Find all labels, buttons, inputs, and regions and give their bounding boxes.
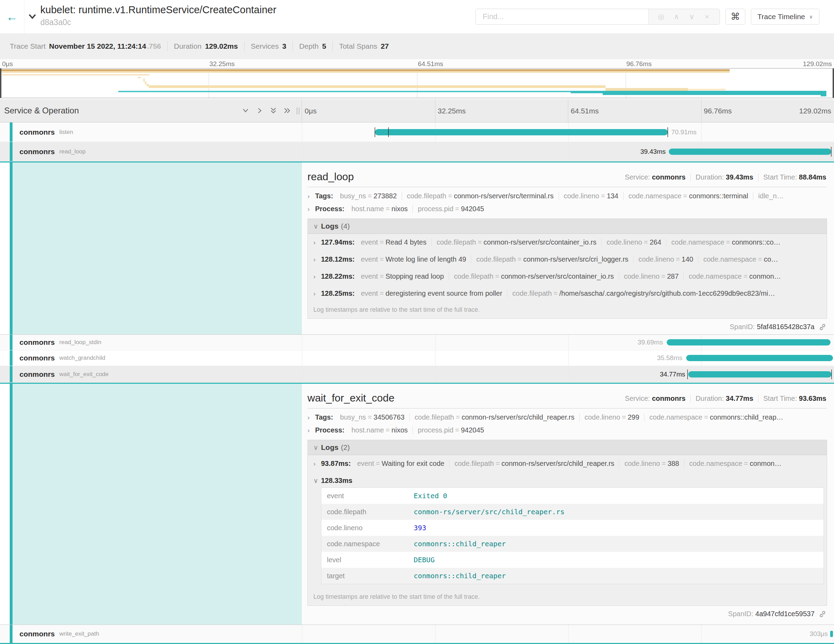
timeline-gridline [701, 99, 701, 122]
span-name-cell[interactable]: conmonrs wait_for_exit_code [0, 366, 302, 382]
find-target-icon[interactable]: ◎ [653, 13, 669, 21]
detail-meta: Service: conmonrs Duration: 34.77ms Star… [620, 395, 827, 404]
detail-meta: Service: conmonrs Duration: 39.43ms Star… [620, 173, 827, 183]
span-name-cell[interactable]: conmonrs read_loop [0, 142, 302, 161]
chevron-right-icon[interactable]: › [307, 205, 315, 213]
find-next-icon[interactable]: ∨ [684, 13, 700, 21]
tag-pill: busy_ns=273882 [335, 192, 402, 200]
log-entry-expanded[interactable]: ∨ 128.33ms [308, 472, 827, 485]
minimap-left-handle[interactable] [0, 68, 2, 98]
detail-title: wait_for_exit_code [307, 392, 394, 404]
span-bar[interactable] [375, 129, 668, 135]
minimap-tick-labels: 0μs 32.25ms 64.51ms 96.76ms 129.02ms [0, 59, 834, 68]
tag-pill: code.lineno=134 [559, 192, 624, 200]
summary-trace-start: Trace Start November 15 2022, 11:24:14.7… [3, 41, 168, 52]
page-title: kubelet: runtime.v1.RuntimeService/Creat… [40, 3, 276, 17]
span-bar[interactable] [686, 355, 833, 361]
chevron-down-icon: ∨ [314, 443, 321, 451]
summary-services: Services 3 [244, 41, 293, 52]
chevron-down-icon[interactable]: ∨ [314, 477, 321, 485]
tags-row[interactable]: › Tags: busy_ns=273882 code.filepath=con… [307, 192, 827, 200]
chevron-right-icon[interactable]: › [307, 193, 315, 200]
spanid-row: SpanID: 5faf48165428c37a [307, 319, 827, 334]
keyboard-shortcuts-button[interactable]: ⌘ [726, 9, 745, 25]
span-bar-cell[interactable]: 39.69ms [302, 335, 834, 350]
operation-name: read_loop [60, 148, 86, 155]
tag-pill: idle_n… [753, 192, 789, 200]
span-row-watch-grandchild: conmonrs watch_grandchild 35.58ms [0, 350, 834, 366]
process-row[interactable]: › Process: host.name=nixos process.pid=9… [307, 426, 827, 434]
service-name: conmonrs [19, 630, 55, 638]
span-bar-cell[interactable]: 39.43ms [302, 142, 834, 161]
span-bar[interactable] [688, 371, 832, 377]
column-resize-handle[interactable] [297, 107, 299, 115]
process-pill: host.name=nixos [347, 426, 413, 434]
link-icon[interactable] [819, 323, 826, 331]
logs-section: ∨ Logs (2) › 93.87ms: event=Waiting for … [307, 440, 827, 606]
chevron-right-icon[interactable]: › [314, 460, 321, 468]
service-color-strip [10, 625, 13, 643]
operation-name: watch_grandchild [60, 354, 105, 361]
logs-note: Log timestamps are relative to the start… [308, 302, 827, 318]
tags-row[interactable]: › Tags: busy_ns=34506763 code.filepath=c… [307, 413, 827, 421]
back-arrow-icon: ← [6, 10, 18, 24]
find-prev-icon[interactable]: ∧ [669, 13, 684, 21]
span-row-listen: conmonrs listen 70.91ms [0, 123, 834, 142]
log-entry[interactable]: › 128.25ms: event=deregistering event so… [308, 285, 827, 302]
tag-pill: code.namespace=conmonrs::child_reap… [645, 413, 788, 421]
chevron-right-icon[interactable]: › [314, 290, 321, 298]
view-selector-dropdown[interactable]: Trace Timeline ∨ [751, 9, 819, 25]
chevron-right-icon[interactable] [255, 106, 264, 115]
logs-header[interactable]: ∨ Logs (4) [308, 219, 827, 234]
span-bar-cell[interactable]: 70.91ms [302, 123, 834, 142]
tag-pill: code.lineno=299 [580, 413, 645, 421]
view-selector-label: Trace Timeline [758, 13, 805, 21]
service-color-strip [10, 162, 13, 334]
find-input[interactable] [476, 9, 648, 24]
span-name-cell[interactable]: conmonrs read_loop_stdin [0, 335, 302, 350]
log-entry[interactable]: › 93.87ms: event=Waiting for exit code c… [308, 455, 827, 472]
span-name-cell[interactable]: conmonrs listen [0, 123, 302, 142]
chevron-right-icon[interactable]: › [314, 239, 321, 246]
double-chevron-right-icon[interactable] [283, 106, 292, 115]
span-row-write-exit-path: conmonrs write_exit_path 303μs [0, 625, 834, 644]
span-bar[interactable] [667, 339, 831, 345]
tag-pill: code.namespace=conmonrs::terminal [624, 192, 753, 200]
top-header: ← kubelet: runtime.v1.RuntimeService/Cre… [0, 0, 834, 33]
back-button[interactable]: ← [0, 0, 24, 33]
span-bar-cell[interactable]: 34.77ms [302, 366, 834, 382]
log-entry[interactable]: › 128.22ms: event=Stopping read loop cod… [308, 268, 827, 285]
chevron-down-icon[interactable] [241, 106, 250, 115]
chevron-right-icon[interactable]: › [314, 273, 321, 280]
span-name-cell[interactable]: conmonrs watch_grandchild [0, 350, 302, 366]
trace-viewer: ← kubelet: runtime.v1.RuntimeService/Cre… [0, 0, 834, 644]
table-row: code.filepathconmon-rs/server/src/child_… [322, 504, 824, 520]
span-name-cell[interactable]: conmonrs write_exit_path [0, 625, 302, 643]
find-box: ◎ ∧ ∨ × [475, 9, 720, 25]
minimap-right-handle[interactable] [832, 68, 834, 98]
table-row: targetconmonrs::child_reaper [322, 568, 824, 584]
span-bar[interactable] [669, 149, 831, 155]
service-color-strip [10, 366, 13, 382]
span-duration-label: 34.77ms [660, 371, 685, 378]
double-chevron-down-icon[interactable] [269, 106, 278, 115]
logs-header[interactable]: ∨ Logs (2) [308, 440, 827, 455]
span-tick [375, 127, 375, 137]
chevron-right-icon[interactable]: › [314, 256, 321, 264]
log-entry[interactable]: › 127.94ms: event=Read 4 bytes code.file… [308, 234, 827, 251]
minimap-canvas[interactable] [0, 68, 834, 98]
trace-collapse-toggle[interactable] [24, 3, 40, 21]
timeline-minimap[interactable]: 0μs 32.25ms 64.51ms 96.76ms 129.02ms [0, 59, 834, 99]
find-clear-icon[interactable]: × [700, 13, 715, 21]
span-bar-cell[interactable]: 35.58ms [302, 350, 834, 366]
span-bar[interactable] [830, 631, 833, 637]
span-bar-cell[interactable]: 303μs [302, 625, 834, 643]
log-entry[interactable]: › 128.12ms: event=Wrote log line of leng… [308, 251, 827, 268]
process-row[interactable]: › Process: host.name=nixos process.pid=9… [307, 205, 827, 213]
link-icon[interactable] [819, 610, 826, 618]
find-tools: ◎ ∧ ∨ × [648, 9, 719, 24]
chevron-right-icon[interactable]: › [307, 427, 315, 434]
span-detail-read-loop: read_loop Service: conmonrs Duration: 39… [0, 162, 834, 335]
operation-name: listen [60, 129, 73, 136]
chevron-right-icon[interactable]: › [307, 414, 315, 421]
